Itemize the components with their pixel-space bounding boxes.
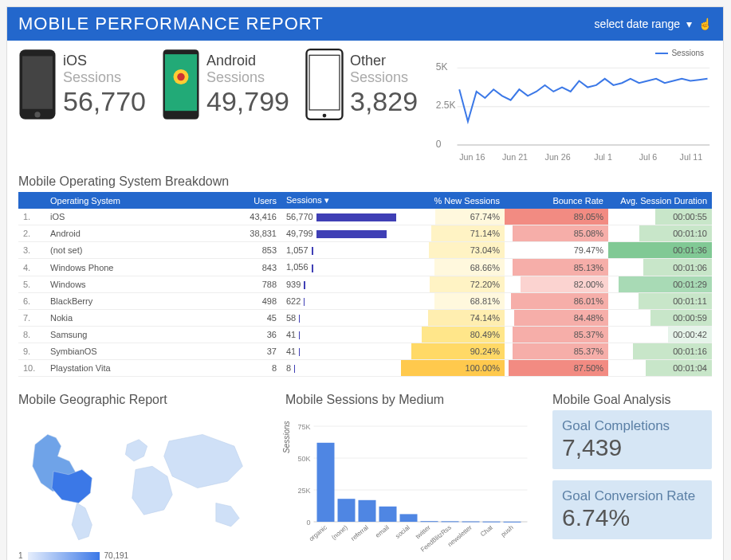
row-new: 100.00% [401,360,505,377]
th-new[interactable]: % New Sessions [401,192,505,209]
row-new: 90.24% [401,343,505,359]
row-sessions: 49,799 [281,225,401,242]
table-row[interactable]: 4.Windows Phone8431,05668.66%85.13%00:01… [18,259,712,276]
svg-rect-34 [400,515,418,523]
table-row[interactable]: 6.BlackBerry49862268.81%86.01%00:01:11 [18,292,712,309]
geo-map[interactable] [18,410,269,548]
row-idx: 2. [18,225,45,242]
sessions-line-chart[interactable]: Sessions 5K 2.5K 0 Jun 16 Jun 21 Jun 26 … [434,49,712,166]
ios-name: iOS [63,53,87,69]
row-idx: 3. [18,242,45,259]
goal-conversion-value: 6.74% [562,504,702,531]
goal-completions-card: Goal Completions 7,439 [552,410,712,469]
legend-line-icon [655,53,668,54]
geo-legend: 1 70,191 [18,551,269,560]
android-label: Sessions [206,69,289,86]
medium-panel: Mobile Sessions by Medium Sessions 75K 5… [285,390,536,560]
date-range-label: select date range [595,18,680,30]
geo-min: 1 [18,551,23,560]
other-value: 3,829 [350,86,418,117]
row-idx: 7. [18,309,45,326]
row-duration: 00:01:16 [608,343,712,359]
table-row[interactable]: 5.Windows78893972.20%82.00%00:01:29 [18,276,712,292]
svg-text:email: email [374,524,391,539]
report-container: MOBILE PERFORMANCE REPORT select date ra… [6,6,724,560]
other-label: Sessions [350,69,418,86]
svg-text:twitter: twitter [415,524,432,541]
row-users: 843 [234,259,281,276]
row-duration: 00:01:29 [608,276,712,292]
row-new: 68.66% [401,259,505,276]
legend-label: Sessions [671,49,704,57]
row-os: (not set) [45,242,234,259]
th-sessions[interactable]: Sessions ▾ [281,192,401,209]
row-users: 498 [234,292,281,309]
date-range-selector[interactable]: select date range ▾ ☝ [595,18,712,30]
row-bounce: 82.00% [505,276,608,292]
table-row[interactable]: 1.iOS43,41656,77067.74%89.05%00:00:55 [18,209,712,225]
row-duration: 00:00:55 [608,209,712,225]
row-new: 80.49% [401,326,505,343]
row-os: Samsung [45,326,234,343]
svg-point-6 [177,73,184,80]
row-idx: 10. [18,360,45,377]
svg-text:Jul 1: Jul 1 [594,152,612,162]
svg-rect-35 [421,521,438,522]
table-row[interactable]: 9.SymbianOS374190.24%85.37%00:01:16 [18,343,712,359]
breakdown-title: Mobile Operating System Breakdown [7,171,723,192]
svg-text:50K: 50K [297,455,310,463]
row-users: 788 [234,276,281,292]
other-phone-icon [305,49,344,120]
dropdown-icon: ▾ [686,18,692,30]
table-row[interactable]: 2.Android38,83149,79971.14%85.08%00:01:1… [18,225,712,242]
platform-ios: iOS Sessions 56,770 [18,49,146,120]
th-bounce[interactable]: Bounce Rate [505,192,608,209]
ios-label: Sessions [63,69,146,86]
svg-text:social: social [394,524,411,540]
svg-text:(none): (none) [330,524,349,542]
summary-row: iOS Sessions 56,770 Android Sessions 49,… [7,41,723,171]
th-users[interactable]: Users [234,192,281,209]
table-row[interactable]: 7.Nokia455874.14%84.48%00:00:59 [18,309,712,326]
th-os[interactable]: Operating System [45,192,234,209]
th-dur[interactable]: Avg. Session Duration [608,192,712,209]
row-new: 68.81% [401,292,505,309]
row-idx: 4. [18,259,45,276]
row-os: Windows Phone [45,259,234,276]
geo-max: 70,191 [104,551,129,560]
row-os: Playstation Vita [45,360,234,377]
row-os: Android [45,225,234,242]
geo-panel: Mobile Geographic Report 1 [18,390,269,560]
medium-bar-chart[interactable]: 75K 50K 25K 0 organic(none)referralemail… [285,410,536,560]
medium-title: Mobile Sessions by Medium [285,390,536,410]
svg-text:Jul 11: Jul 11 [680,152,703,162]
goal-title: Mobile Goal Analysis [552,390,712,410]
goal-conversion-label: Goal Conversion Rate [562,488,702,504]
row-bounce: 87.50% [505,360,608,377]
row-new: 74.14% [401,309,505,326]
table-row[interactable]: 8.Samsung364180.49%85.37%00:00:42 [18,326,712,343]
svg-text:0: 0 [436,139,442,150]
row-new: 67.74% [401,209,505,225]
table-row[interactable]: 10.Playstation Vita88100.00%87.50%00:01:… [18,360,712,377]
android-value: 49,799 [206,86,289,117]
row-bounce: 89.05% [505,209,608,225]
row-os: Nokia [45,309,234,326]
svg-text:organic: organic [308,524,328,543]
row-os: BlackBerry [45,292,234,309]
row-duration: 00:01:04 [608,360,712,377]
row-new: 71.14% [401,225,505,242]
table-row[interactable]: 3.(not set)8531,05773.04%79.47%00:01:36 [18,242,712,259]
svg-text:Chat: Chat [479,523,494,538]
svg-rect-8 [309,55,340,110]
report-header: MOBILE PERFORMANCE REPORT select date ra… [7,7,723,41]
svg-text:Jun 26: Jun 26 [545,152,571,162]
row-users: 36 [234,326,281,343]
geo-title: Mobile Geographic Report [18,390,269,410]
android-name: Android [206,53,256,69]
th-idx[interactable] [18,192,45,209]
report-title: MOBILE PERFORMANCE REPORT [18,14,324,34]
os-breakdown-table[interactable]: Operating System Users Sessions ▾ % New … [18,192,712,377]
svg-text:75K: 75K [297,423,310,431]
row-sessions: 939 [281,276,401,292]
